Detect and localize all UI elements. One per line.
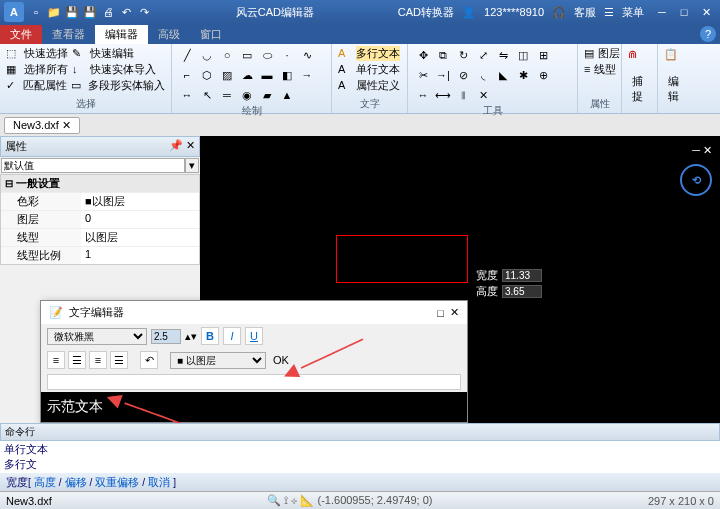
tab-window[interactable]: 窗口 — [190, 25, 232, 44]
save-icon[interactable]: 💾 — [64, 4, 80, 20]
spline-icon[interactable]: ∿ — [298, 46, 316, 64]
italic-button[interactable]: I — [223, 327, 241, 345]
hatch-icon[interactable]: ▨ — [218, 66, 236, 84]
polyline2-icon[interactable]: ⌐ — [178, 66, 196, 84]
align-icon[interactable]: ⫴ — [454, 86, 472, 104]
user-avatar-icon[interactable]: 👤 — [462, 6, 476, 19]
quick-select-button[interactable]: 快速选择 — [24, 46, 68, 61]
dropdown-icon[interactable]: ▾ — [185, 158, 199, 173]
redo-icon[interactable]: ↷ — [136, 4, 152, 20]
explode-icon[interactable]: ✱ — [514, 66, 532, 84]
wipeout-icon[interactable]: ▬ — [258, 66, 276, 84]
align-justify-icon[interactable]: ☰ — [110, 351, 128, 369]
size-input[interactable] — [151, 329, 181, 344]
snap-button[interactable]: ⋒ 捕捉 — [628, 46, 651, 106]
cloud-icon[interactable]: ☁ — [238, 66, 256, 84]
document-tab[interactable]: New3.dxf ✕ — [4, 117, 80, 134]
chamfer-icon[interactable]: ◣ — [494, 66, 512, 84]
props-pin-icon[interactable]: 📌 ✕ — [169, 139, 195, 154]
mirror-icon[interactable]: ⇋ — [494, 46, 512, 64]
menu-icon[interactable]: ☰ — [604, 6, 614, 19]
join-icon[interactable]: ⊕ — [534, 66, 552, 84]
support-label[interactable]: 客服 — [574, 5, 596, 20]
move-icon[interactable]: ✥ — [414, 46, 432, 64]
offset-icon[interactable]: ◫ — [514, 46, 532, 64]
tab-file[interactable]: 文件 — [0, 25, 42, 44]
convert-button[interactable]: CAD转换器 — [398, 5, 454, 20]
align-left-icon[interactable]: ≡ — [47, 351, 65, 369]
prop-layer-val[interactable]: 0 — [81, 211, 199, 228]
copy-icon[interactable]: ⧉ — [434, 46, 452, 64]
xline-icon[interactable]: ↔ — [178, 86, 196, 104]
text-content[interactable]: 示范文本 — [41, 392, 467, 422]
stretch-icon[interactable]: ↔ — [414, 86, 432, 104]
attdef-button[interactable]: 属性定义 — [356, 78, 400, 93]
break-icon[interactable]: ⊘ — [454, 66, 472, 84]
close-button[interactable]: ✕ — [696, 4, 716, 20]
menu-label[interactable]: 菜单 — [622, 5, 644, 20]
entity-import-button[interactable]: 快速实体导入 — [90, 62, 156, 77]
donut-icon[interactable]: ◉ — [238, 86, 256, 104]
match-prop-button[interactable]: 匹配属性 — [23, 78, 67, 93]
tab-viewer[interactable]: 查看器 — [42, 25, 95, 44]
array-icon[interactable]: ⊞ — [534, 46, 552, 64]
lengthen-icon[interactable]: ⟷ — [434, 86, 452, 104]
polygon-icon[interactable]: ⬡ — [198, 66, 216, 84]
props-filter[interactable] — [1, 158, 185, 173]
help-icon[interactable]: ? — [700, 26, 716, 42]
sb-doffset[interactable]: 双重偏移 — [95, 475, 139, 490]
prop-ltype-val[interactable]: 以图层 — [81, 229, 199, 246]
minimize-button[interactable]: ─ — [652, 4, 672, 20]
line-icon[interactable]: ╱ — [178, 46, 196, 64]
mtext-button[interactable]: 多行文本 — [356, 46, 400, 61]
fillet-icon[interactable]: ◟ — [474, 66, 492, 84]
ray-icon[interactable]: → — [298, 66, 316, 84]
mline-icon[interactable]: ═ — [218, 86, 236, 104]
prop-lscale-val[interactable]: 1 — [81, 247, 199, 264]
tab-advanced[interactable]: 高级 — [148, 25, 190, 44]
trace-icon[interactable]: ▰ — [258, 86, 276, 104]
ruler[interactable] — [47, 374, 461, 390]
circle-icon[interactable]: ○ — [218, 46, 236, 64]
canvas-menu-icon[interactable]: ─ ✕ — [692, 144, 712, 157]
font-select[interactable]: 微软雅黑 — [47, 328, 147, 345]
sb-offset[interactable]: 偏移 — [65, 475, 87, 490]
ok-button[interactable]: OK — [269, 354, 293, 366]
print-icon[interactable]: 🖨 — [100, 4, 116, 20]
te-maximize-icon[interactable]: □ — [437, 307, 444, 319]
undo-icon[interactable]: ↶ — [118, 4, 134, 20]
open-icon[interactable]: 📁 — [46, 4, 62, 20]
bold-button[interactable]: B — [201, 327, 219, 345]
align-right-icon[interactable]: ≡ — [89, 351, 107, 369]
support-icon[interactable]: 🎧 — [552, 6, 566, 19]
erase-icon[interactable]: ✕ — [474, 86, 492, 104]
rect-icon[interactable]: ▭ — [238, 46, 256, 64]
arc-icon[interactable]: ◡ — [198, 46, 216, 64]
linetype-button[interactable]: 线型 — [594, 62, 616, 77]
height-input[interactable] — [502, 285, 542, 298]
prop-color-val[interactable]: ■以图层 — [81, 193, 199, 210]
underline-button[interactable]: U — [245, 327, 263, 345]
tab-close-icon[interactable]: ✕ — [62, 119, 71, 131]
sb-height[interactable]: 高度 — [34, 475, 56, 490]
undo-te-icon[interactable]: ↶ — [140, 351, 158, 369]
layer-button[interactable]: 图层 — [598, 46, 620, 61]
bb-tool-icon[interactable]: 🔍 ⟟ ⊹ 📐 — [267, 494, 314, 506]
ellipse-icon[interactable]: ⬭ — [258, 46, 276, 64]
saveas-icon[interactable]: 💾 — [82, 4, 98, 20]
align-center-icon[interactable]: ☰ — [68, 351, 86, 369]
new-icon[interactable]: ▫ — [28, 4, 44, 20]
sb-cancel[interactable]: 取消 — [148, 475, 170, 490]
trim-icon[interactable]: ✂ — [414, 66, 432, 84]
width-input[interactable] — [502, 269, 542, 282]
color-select[interactable]: ■ 以图层 — [170, 352, 266, 369]
polyline-button[interactable]: 多段形实体输入 — [88, 78, 165, 93]
solid-icon[interactable]: ▲ — [278, 86, 296, 104]
leader-icon[interactable]: ↖ — [198, 86, 216, 104]
quick-edit-button[interactable]: 快速编辑 — [90, 46, 134, 61]
region-icon[interactable]: ◧ — [278, 66, 296, 84]
tab-editor[interactable]: 编辑器 — [95, 25, 148, 44]
props-category[interactable]: ⊟ 一般设置 — [1, 175, 199, 192]
maximize-button[interactable]: □ — [674, 4, 694, 20]
edit-button[interactable]: 📋 编辑 — [664, 46, 688, 106]
